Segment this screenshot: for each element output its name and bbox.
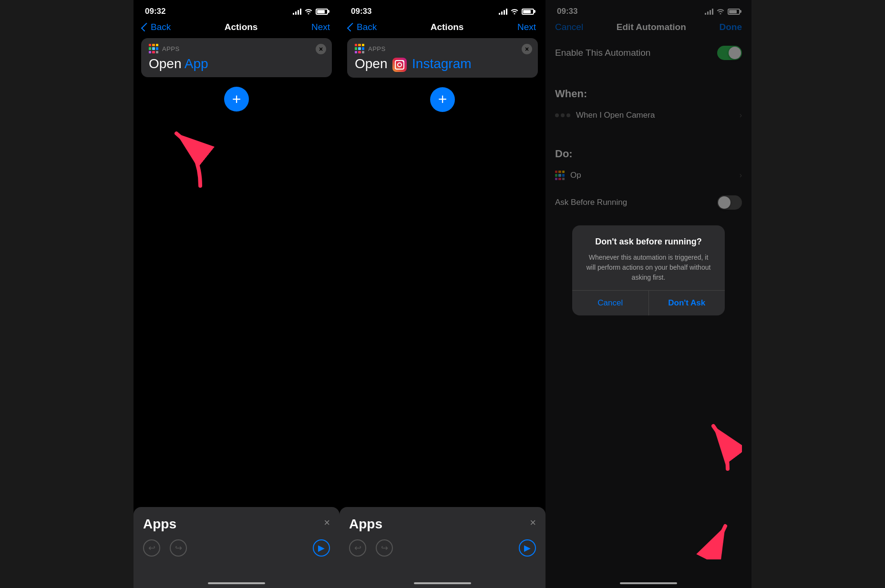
time-1: 09:32 bbox=[145, 7, 165, 16]
apps-grid-icon-2 bbox=[355, 44, 364, 53]
status-icons-1 bbox=[293, 8, 328, 16]
nav-bar-1: Back Actions Next bbox=[134, 20, 340, 38]
instagram-icon bbox=[392, 58, 407, 72]
phone-screen-2: 09:33 Back Actions Next bbox=[340, 0, 545, 588]
dialog-buttons: Cancel Don't Ask bbox=[572, 290, 725, 315]
bs-play-icon-2[interactable]: ▶ bbox=[519, 539, 536, 557]
back-button-2[interactable]: Back bbox=[349, 22, 377, 32]
bottom-sheet-1: × Apps ↩ ↪ ▶ bbox=[134, 507, 340, 588]
signal-icon-1 bbox=[293, 8, 301, 15]
bs-undo-icon-1[interactable]: ↩ bbox=[143, 539, 160, 557]
bottom-sheet-title-2: Apps bbox=[349, 517, 536, 532]
apps-label-2: APPS bbox=[368, 45, 386, 52]
signal-icon-2 bbox=[499, 8, 507, 15]
nav-title-2: Actions bbox=[431, 22, 464, 32]
dialog-content: Don't ask before running? Whenever this … bbox=[572, 225, 725, 290]
bs-undo-icon-2[interactable]: ↩ bbox=[349, 539, 366, 557]
action-card-1[interactable]: APPS Open App × bbox=[141, 38, 332, 77]
time-2: 09:33 bbox=[351, 7, 371, 16]
next-button-1[interactable]: Next bbox=[311, 22, 330, 32]
status-bar-1: 09:32 bbox=[134, 0, 340, 20]
back-button-1[interactable]: Back bbox=[143, 22, 171, 32]
chevron-left-icon-1 bbox=[141, 23, 150, 31]
apps-label-1: APPS bbox=[162, 45, 180, 52]
pink-arrow-1 bbox=[157, 105, 215, 191]
status-icons-2 bbox=[499, 8, 534, 16]
action-text-1: Open App bbox=[149, 56, 324, 71]
bottom-sheet-close-1[interactable]: × bbox=[324, 517, 330, 529]
bs-redo-icon-2[interactable]: ↪ bbox=[376, 539, 393, 557]
action-card-header-2: APPS bbox=[355, 44, 530, 53]
bs-redo-icon-1[interactable]: ↪ bbox=[170, 539, 187, 557]
app-link-1[interactable]: App bbox=[185, 56, 208, 71]
next-button-2[interactable]: Next bbox=[517, 22, 536, 32]
chevron-left-icon-2 bbox=[347, 23, 356, 31]
instagram-name[interactable]: Instagram bbox=[412, 56, 472, 71]
bottom-sheet-2: × Apps ↩ ↪ ▶ bbox=[340, 507, 545, 588]
nav-title-1: Actions bbox=[225, 22, 258, 32]
bottom-sheet-title-1: Apps bbox=[143, 517, 330, 532]
status-bar-2: 09:33 bbox=[340, 0, 545, 20]
dialog-dont-ask-button[interactable]: Don't Ask bbox=[648, 291, 725, 315]
apps-grid-icon-1 bbox=[149, 44, 158, 53]
action-text-2: Open Instagram bbox=[355, 56, 530, 72]
dialog-cancel-button[interactable]: Cancel bbox=[572, 291, 648, 315]
phone-screen-3: 09:33 Cancel Edit Automation Done Enab bbox=[545, 0, 751, 588]
home-indicator-1 bbox=[208, 582, 265, 584]
close-btn-2[interactable]: × bbox=[522, 44, 532, 54]
bs-play-icon-1[interactable]: ▶ bbox=[313, 539, 330, 557]
battery-icon-1 bbox=[316, 9, 328, 15]
add-button-2[interactable]: + bbox=[430, 87, 455, 112]
dialog: Don't ask before running? Whenever this … bbox=[572, 225, 725, 315]
action-card-header-1: APPS bbox=[149, 44, 324, 53]
action-card-2[interactable]: APPS Open Instagram × bbox=[347, 38, 538, 78]
dialog-message: Whenever this automation is triggered, i… bbox=[584, 253, 713, 283]
home-indicator-3 bbox=[620, 582, 677, 584]
bottom-sheet-icons-2: ↩ ↪ ▶ bbox=[349, 539, 536, 557]
dialog-overlay: Don't ask before running? Whenever this … bbox=[545, 0, 751, 588]
bottom-sheet-close-2[interactable]: × bbox=[530, 517, 536, 529]
phone-screen-1: 09:32 Back Actions Next bbox=[134, 0, 340, 588]
home-indicator-2 bbox=[414, 582, 471, 584]
dialog-title: Don't ask before running? bbox=[584, 237, 713, 247]
nav-bar-2: Back Actions Next bbox=[340, 20, 545, 38]
wifi-icon-2 bbox=[510, 8, 519, 16]
battery-icon-2 bbox=[522, 9, 534, 15]
bottom-sheet-icons-1: ↩ ↪ ▶ bbox=[143, 539, 330, 557]
add-button-1[interactable]: + bbox=[224, 87, 249, 112]
wifi-icon-1 bbox=[304, 8, 313, 16]
close-btn-1[interactable]: × bbox=[316, 44, 326, 54]
